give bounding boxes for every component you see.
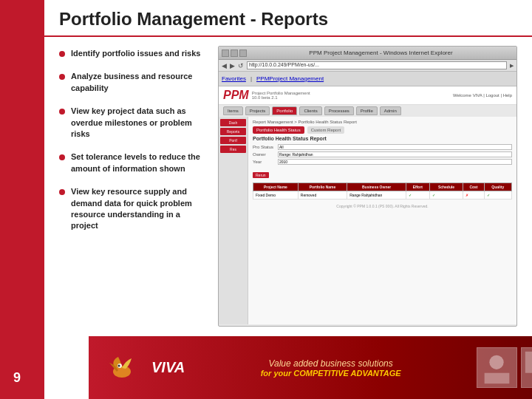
year-value: 2010 <box>279 159 288 165</box>
col-effort: Effort <box>406 183 430 191</box>
bullet-text: Set tolerance levels to reduce the amoun… <box>71 151 207 174</box>
page-number: 9 <box>13 370 21 386</box>
cell-effort: ✓ <box>406 191 430 200</box>
tab-profile[interactable]: Profile <box>356 106 378 115</box>
browser-min-btn[interactable] <box>231 50 238 57</box>
sidebar-item-dashboard[interactable]: Dash <box>220 119 246 126</box>
report-type-bar: Portfolio Health Status Custom Report <box>253 126 512 134</box>
owner-label: Owner <box>253 152 275 157</box>
ppm-version: 10.0 beta 2.1 <box>252 95 310 100</box>
bullet-text: Analyze business and resource capability <box>71 71 207 94</box>
main-content: Portfolio Management - Reports Identify … <box>44 0 532 399</box>
svg-rect-7 <box>525 352 532 373</box>
url-bar[interactable]: http://10.0.0.249/PPM/en-us/... <box>247 61 507 69</box>
svg-point-4 <box>489 355 503 369</box>
breadcrumb: Report Management > Portfolio Health Sta… <box>253 120 512 124</box>
tab-processes[interactable]: Processes <box>324 106 354 115</box>
form-row-status: Pro Status All <box>253 144 512 150</box>
ppm-sidebar: Dash Reports Portf Res <box>219 117 248 324</box>
footer-logo-area: VIVA <box>103 349 185 386</box>
ppm-app: PPM Project Portfolio Management 10.0 be… <box>219 86 516 324</box>
cell-business-owner: Range Rahjahidhan <box>347 191 406 200</box>
list-item: Set tolerance levels to reduce the amoun… <box>59 151 207 174</box>
owner-input[interactable]: Range: Rahjahidhan <box>278 151 512 157</box>
bullet-text: Identify portfolio issues and risks <box>71 48 200 59</box>
form-row-year: Year 2010 <box>253 159 512 165</box>
cell-schedule: ✓ <box>429 191 463 200</box>
refresh-icon[interactable]: ↺ <box>238 62 244 69</box>
report-table: Project Name Portfolio Name Business Own… <box>253 183 512 200</box>
content-layout: Identify portfolio issues and risks Anal… <box>44 44 532 384</box>
sidebar-item-reports[interactable]: Reports <box>220 128 246 135</box>
browser-titlebar: PPM Project Management - Windows Interne… <box>219 47 516 60</box>
footer-images <box>477 347 532 388</box>
col-schedule: Schedule <box>429 183 463 191</box>
bullet-text: View key resource supply and demand data… <box>71 186 207 232</box>
tab-projects[interactable]: Projects <box>245 106 270 115</box>
cell-cost: ✗ <box>463 191 484 200</box>
status-input[interactable]: All <box>278 144 512 150</box>
browser-close-btn[interactable] <box>222 50 229 57</box>
browser-max-btn[interactable] <box>239 50 247 57</box>
ppm-footer-copyright: Copyright © PPM 1.0.0.1 (PS 000). All Ri… <box>253 204 512 208</box>
cell-portfolio-name: Removed <box>298 191 347 200</box>
col-project-name: Project Name <box>253 183 299 191</box>
status-value: All <box>279 144 284 150</box>
sidebar-item-portfolio[interactable]: Portf <box>220 137 246 144</box>
col-quality: Quality <box>484 183 511 191</box>
footer-tagline2: for your COMPETITIVE ADVANTAGE <box>261 369 401 378</box>
table-row: Fixed Demo Removed Range Rahjahidhan ✓ ✓… <box>253 191 512 200</box>
browser-nav-bar: Favorites | PPMProject Management <box>219 72 516 86</box>
table-header-row: Project Name Portfolio Name Business Own… <box>253 183 512 191</box>
list-item: Identify portfolio issues and risks <box>59 48 207 59</box>
back-icon[interactable]: ◀ <box>222 62 227 69</box>
welcome-text: Welcome VIVA | Logout | Help <box>453 93 512 98</box>
tab-clients[interactable]: Clients <box>299 106 321 115</box>
ppm-logo-text: PPM <box>223 89 249 102</box>
bullet-text: View key project data such as overdue mi… <box>71 106 207 140</box>
col-portfolio-name: Portfolio Name <box>298 183 347 191</box>
tab-admin[interactable]: Admin <box>380 106 401 115</box>
ppm-nav-tabs: Items Projects Portfolio Clients Process… <box>219 105 516 117</box>
cell-quality: ✓ <box>484 191 511 200</box>
ppm-link[interactable]: PPMProject Management <box>256 75 324 82</box>
footer-image-2 <box>521 347 532 388</box>
footer-image-1 <box>477 347 517 388</box>
report-title: Portfolio Health Status Report <box>253 136 512 141</box>
form-row-owner: Owner Range: Rahjahidhan <box>253 151 512 157</box>
ppm-report-area: Report Management > Portfolio Health Sta… <box>248 117 516 324</box>
go-icon[interactable]: ▶ <box>510 63 514 69</box>
year-label: Year <box>253 160 275 164</box>
svg-point-2 <box>118 364 120 366</box>
screenshot-area: PPM Project Management - Windows Interne… <box>218 46 517 327</box>
owner-value: Range: Rahjahidhan <box>279 151 314 157</box>
footer-taglines: Value added business solutions for your … <box>261 358 401 378</box>
bullet-dot <box>59 51 65 57</box>
separator: | <box>250 75 252 82</box>
sidebar-item-resources[interactable]: Res <box>220 146 246 153</box>
bullet-dot <box>59 154 65 160</box>
svg-rect-5 <box>485 373 510 383</box>
left-accent-bar: 9 <box>0 0 44 399</box>
ppm-header: PPM Project Portfolio Management 10.0 be… <box>219 86 516 105</box>
status-tab-active[interactable]: Portfolio Health Status <box>253 126 304 134</box>
ppm-body: Dash Reports Portf Res Report Management… <box>219 117 516 324</box>
forward-icon[interactable]: ▶ <box>230 62 235 69</box>
tab-portfolio[interactable]: Portfolio <box>272 106 297 115</box>
browser-title: PPM Project Management - Windows Interne… <box>248 50 514 56</box>
list-item: View key resource supply and demand data… <box>59 186 207 232</box>
list-item: View key project data such as overdue mi… <box>59 106 207 140</box>
viva-text: VIVA <box>151 359 185 376</box>
year-input[interactable]: 2010 <box>278 159 512 165</box>
favorites-link[interactable]: Favorites <box>222 75 246 82</box>
run-report-button[interactable]: Rerun <box>253 172 269 178</box>
list-item: Analyze business and resource capability <box>59 71 207 94</box>
title-bar: Portfolio Management - Reports <box>44 0 532 37</box>
tab-items[interactable]: Items <box>223 106 243 115</box>
viva-bird-logo <box>103 349 140 386</box>
footer-area: VIVA Value added business solutions for … <box>89 336 532 399</box>
custom-report-tab[interactable]: Custom Report <box>307 126 344 134</box>
bullet-dot <box>59 189 65 195</box>
page-title: Portfolio Management - Reports <box>59 9 517 30</box>
ppm-logo: PPM Project Portfolio Management 10.0 be… <box>223 89 310 102</box>
